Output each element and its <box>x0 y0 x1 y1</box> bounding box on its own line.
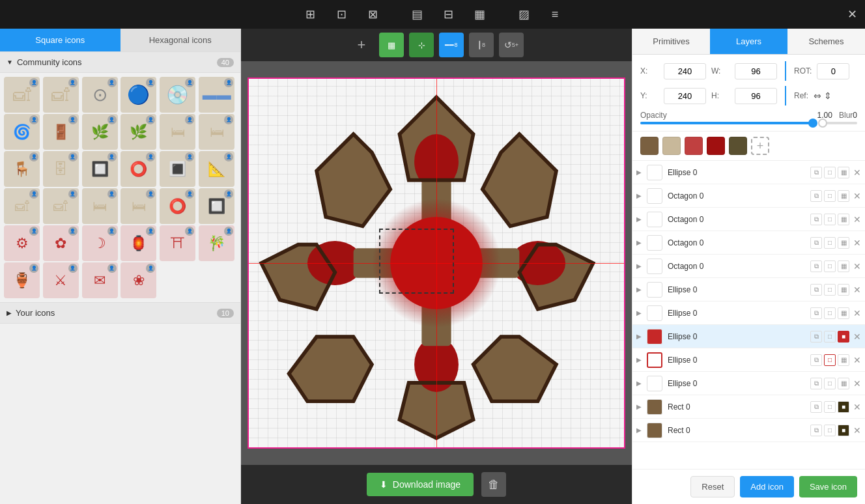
list-item[interactable]: ⚔👤 <box>43 262 79 298</box>
list-item[interactable]: ✉👤 <box>82 262 118 298</box>
layer-rect-icon[interactable]: □ <box>824 401 836 413</box>
list-item[interactable]: ❀👤 <box>121 262 156 298</box>
list-item[interactable]: 🛋👤 <box>43 188 79 224</box>
layer-rect-icon[interactable]: □ <box>824 331 836 343</box>
layer-rect-icon[interactable]: □ <box>824 214 836 225</box>
layer-delete-icon[interactable]: ✕ <box>853 331 861 342</box>
list-item[interactable]: 🔲👤 <box>199 188 234 224</box>
list-item[interactable]: 🛏👤 <box>82 188 118 224</box>
layer-rect-icon[interactable]: □ <box>824 354 836 366</box>
ref-flip-h-icon[interactable]: ⇔ <box>814 91 821 101</box>
color-swatch-2[interactable] <box>662 137 681 155</box>
layer-row[interactable]: ▶ Ellipse 0 ⧉ □ ▦ ✕ <box>632 161 865 184</box>
layer-row[interactable]: ▶ Octagon 0 ⧉ □ ▦ ✕ <box>632 255 865 278</box>
ref-flip-v-icon[interactable]: ⇕ <box>824 91 832 101</box>
layer-delete-icon[interactable]: ✕ <box>853 214 861 225</box>
list-item[interactable]: 🛋👤 <box>43 77 79 113</box>
topbar-icon-5[interactable]: ⊟ <box>439 5 457 23</box>
save-icon-button[interactable]: Save icon <box>799 476 857 497</box>
layer-rect-icon[interactable]: □ <box>824 284 836 296</box>
list-item[interactable]: ✿👤 <box>43 225 79 261</box>
list-item[interactable]: 🌀👤 <box>4 114 40 150</box>
ruler-v-tool-button[interactable]: ┃8 <box>469 33 494 57</box>
list-item[interactable]: ⚙👤 <box>4 225 40 261</box>
list-item[interactable]: 🛋👤 <box>4 77 40 113</box>
y-input[interactable] <box>664 88 706 104</box>
layer-copy-icon[interactable]: ⧉ <box>810 284 822 296</box>
layer-row[interactable]: ▶ Octagon 0 ⧉ □ ▦ ✕ <box>632 208 865 231</box>
tab-primitives[interactable]: Primitives <box>632 29 710 54</box>
layer-copy-icon[interactable]: ⧉ <box>810 307 822 319</box>
layer-copy-icon[interactable]: ⧉ <box>810 167 822 178</box>
layer-copy-icon[interactable]: ⧉ <box>810 425 822 436</box>
w-input[interactable] <box>735 63 777 79</box>
layer-fill-icon[interactable]: ▦ <box>838 190 849 202</box>
layer-delete-icon[interactable]: ✕ <box>853 402 861 412</box>
layer-fill-icon[interactable]: ■ <box>838 401 849 413</box>
layer-rect-icon[interactable]: □ <box>824 425 836 436</box>
ruler-h-tool-button[interactable]: ━━8 <box>439 33 464 57</box>
layer-rect-icon[interactable]: □ <box>824 378 836 389</box>
your-icons-header[interactable]: ▶ Your icons 10 <box>0 302 240 324</box>
layer-fill-icon[interactable]: ▦ <box>838 167 849 178</box>
layer-rect-icon[interactable]: □ <box>824 260 836 272</box>
layer-row[interactable]: ▶ Ellipse 0 ⧉ □ ▦ ✕ <box>632 372 865 395</box>
list-item[interactable]: ⭕👤 <box>121 151 156 187</box>
topbar-icon-7[interactable]: ▨ <box>515 5 533 23</box>
topbar-icon-4[interactable]: ▤ <box>408 5 426 23</box>
list-item[interactable]: 🌿👤 <box>82 114 118 150</box>
list-item[interactable]: ⭕👤 <box>160 188 195 224</box>
color-swatch-1[interactable] <box>640 137 659 155</box>
community-section-header[interactable]: ▼ Community icons 40 <box>0 52 240 73</box>
list-item[interactable]: 🛏👤 <box>121 188 156 224</box>
topbar-icon-1[interactable]: ⊞ <box>301 5 319 23</box>
topbar-icon-3[interactable]: ⊠ <box>363 5 382 23</box>
layer-delete-icon[interactable]: ✕ <box>853 238 861 248</box>
tab-schemes[interactable]: Schemes <box>787 29 865 54</box>
layer-delete-icon[interactable]: ✕ <box>853 167 861 178</box>
close-icon[interactable]: ✕ <box>847 7 857 21</box>
tab-layers[interactable]: Layers <box>710 29 787 54</box>
layer-row[interactable]: ▶ Ellipse 0 ⧉ □ ▦ ✕ <box>632 301 865 325</box>
add-icon-button[interactable]: Add icon <box>740 476 794 497</box>
list-item[interactable]: 🎋👤 <box>199 225 234 261</box>
list-item[interactable]: 🛏👤 <box>199 114 234 150</box>
list-item[interactable]: 🔵👤 <box>121 77 156 113</box>
layer-row[interactable]: ▶ Ellipse 0 ⧉ □ ▦ ✕ <box>632 348 865 372</box>
tab-hexagonal-icons[interactable]: Hexagonal icons <box>121 29 241 51</box>
add-color-button[interactable]: + <box>751 137 769 155</box>
list-item[interactable]: 📐👤 <box>199 151 234 187</box>
list-item[interactable]: ☽👤 <box>82 225 118 261</box>
color-swatch-4[interactable] <box>707 137 725 155</box>
layer-fill-icon[interactable]: ▦ <box>838 378 849 389</box>
layer-rect-icon[interactable]: □ <box>824 307 836 319</box>
layer-copy-icon[interactable]: ⧉ <box>810 331 822 343</box>
list-item[interactable]: 🚪👤 <box>43 114 79 150</box>
list-item[interactable]: ⛩👤 <box>160 225 195 261</box>
layer-copy-icon[interactable]: ⧉ <box>810 237 822 249</box>
list-item[interactable]: ▬▬👤 <box>199 77 234 113</box>
layer-copy-icon[interactable]: ⧉ <box>810 378 822 389</box>
layer-fill-icon[interactable]: ■ <box>838 425 849 436</box>
topbar-icon-8[interactable]: ≡ <box>546 5 564 23</box>
layer-delete-icon[interactable]: ✕ <box>853 285 861 295</box>
layer-rect-icon[interactable]: □ <box>824 237 836 249</box>
x-input[interactable] <box>664 63 706 79</box>
layer-row[interactable]: ▶ Ellipse 0 ⧉ □ ■ ✕ <box>632 325 865 348</box>
layer-fill-icon[interactable]: ▦ <box>838 284 849 296</box>
topbar-icon-2[interactable]: ⊡ <box>332 5 350 23</box>
layer-fill-icon[interactable]: ▦ <box>838 354 849 366</box>
layer-copy-icon[interactable]: ⧉ <box>810 354 822 366</box>
tab-square-icons[interactable]: Square icons <box>0 29 121 51</box>
list-item[interactable]: 🛏👤 <box>160 114 195 150</box>
list-item[interactable]: 🛋👤 <box>4 188 40 224</box>
layer-row[interactable]: ▶ Rect 0 ⧉ □ ■ ✕ <box>632 395 865 419</box>
layer-rect-icon[interactable]: □ <box>824 190 836 202</box>
color-swatch-5[interactable] <box>729 137 747 155</box>
layer-delete-icon[interactable]: ✕ <box>853 378 861 389</box>
layer-rect-icon[interactable]: □ <box>824 167 836 178</box>
layer-copy-icon[interactable]: ⧉ <box>810 190 822 202</box>
list-item[interactable]: 🏺👤 <box>4 262 40 298</box>
add-tool-button[interactable]: + <box>349 33 374 57</box>
topbar-icon-6[interactable]: ▦ <box>470 5 489 23</box>
